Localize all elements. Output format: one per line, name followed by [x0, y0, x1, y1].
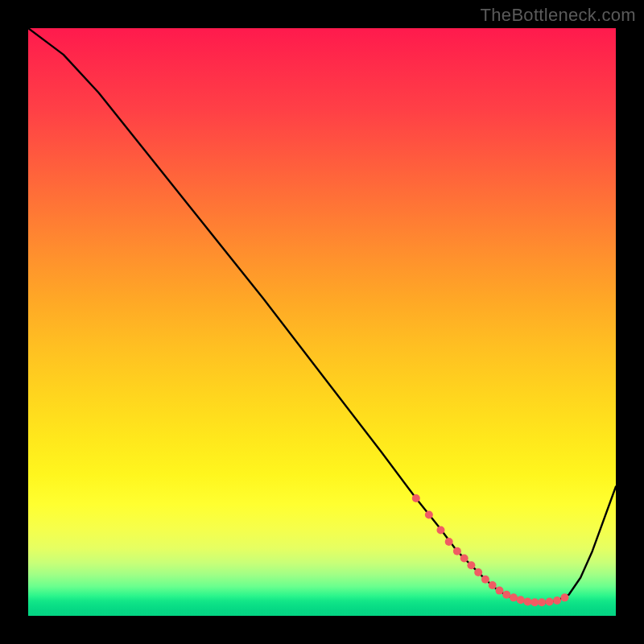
valley-marker: [502, 591, 510, 599]
valley-marker: [489, 581, 497, 589]
valley-marker: [436, 526, 444, 534]
valley-marker: [481, 576, 489, 584]
attribution-label: TheBottleneck.com: [481, 5, 636, 26]
valley-marker: [538, 598, 546, 606]
valley-marker: [524, 597, 532, 605]
plot-area: [28, 28, 616, 616]
valley-marker: [467, 561, 475, 569]
valley-marker: [425, 510, 433, 518]
valley-marker: [453, 547, 461, 555]
valley-marker: [553, 597, 561, 605]
valley-marker: [460, 554, 469, 562]
valley-marker: [546, 597, 554, 605]
bottleneck-curve-svg: [28, 28, 616, 616]
valley-marker: [495, 587, 503, 595]
valley-marker: [510, 593, 518, 601]
valley-marker: [560, 593, 568, 601]
valley-markers: [412, 494, 569, 606]
valley-marker: [517, 596, 525, 604]
valley-marker: [412, 494, 420, 502]
valley-marker: [474, 568, 482, 576]
bottleneck-curve-path: [28, 28, 616, 602]
valley-marker: [445, 538, 453, 546]
chart-frame: TheBottleneck.com: [0, 0, 644, 644]
valley-marker: [530, 598, 539, 606]
